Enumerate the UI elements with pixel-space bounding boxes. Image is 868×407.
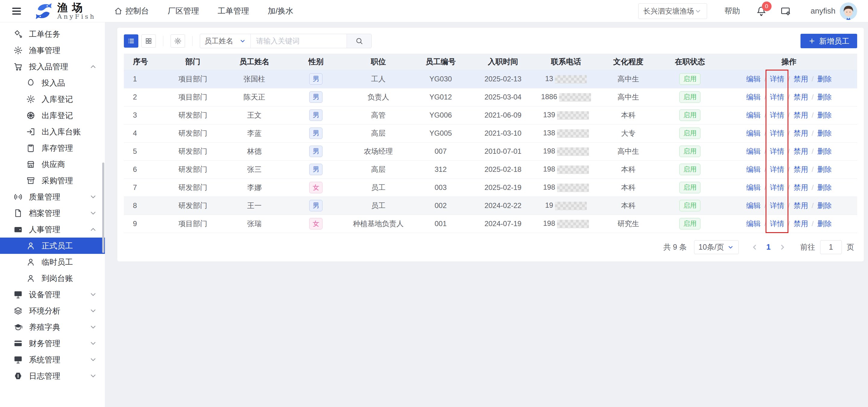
- sidebar-item-input-goods[interactable]: 投入品: [0, 75, 105, 91]
- op-disable-link[interactable]: 禁用: [794, 183, 808, 191]
- op-delete-link[interactable]: 删除: [817, 129, 832, 137]
- grid-view-button[interactable]: [141, 34, 156, 48]
- person-icon: [26, 274, 36, 283]
- op-disable-link[interactable]: 禁用: [794, 147, 808, 155]
- sidebar-item-fishery-management[interactable]: 渔事管理: [0, 42, 105, 59]
- table-row[interactable]: 8研发部门王一男员工0022024-02-2219本科启用编辑/详情/禁用/删除: [124, 196, 857, 215]
- search-input[interactable]: [251, 34, 347, 48]
- topnav-item-factory-management[interactable]: 厂区管理: [167, 6, 199, 16]
- op-delete-link[interactable]: 删除: [817, 219, 832, 228]
- op-edit-link[interactable]: 编辑: [746, 129, 761, 137]
- op-disable-link[interactable]: 禁用: [794, 75, 808, 83]
- page-size-select[interactable]: 10条/页: [694, 240, 739, 254]
- topnav-item-work-order-management[interactable]: 工单管理: [218, 6, 249, 16]
- op-detail-link[interactable]: 详情: [770, 75, 784, 83]
- op-disable-link[interactable]: 禁用: [794, 93, 808, 101]
- hamburger-menu-button[interactable]: [11, 5, 22, 17]
- op-edit-link[interactable]: 编辑: [746, 75, 761, 83]
- sidebar-item-environment-analysis[interactable]: 环境分析: [0, 303, 105, 319]
- prev-page-button[interactable]: [751, 243, 758, 251]
- op-edit-link[interactable]: 编辑: [746, 219, 761, 228]
- sidebar-item-archives-management[interactable]: 档案管理: [0, 205, 105, 221]
- sidebar-item-finance-management[interactable]: 财务管理: [0, 335, 105, 351]
- sidebar-item-inbound-registration[interactable]: 入库登记: [0, 91, 105, 107]
- farm-selector[interactable]: 长兴泗安塘渔场: [638, 3, 707, 19]
- add-employee-button[interactable]: 新增员工: [801, 34, 857, 48]
- hexagon-icon: [13, 371, 23, 381]
- goto-page-input[interactable]: [820, 240, 842, 254]
- op-edit-link[interactable]: 编辑: [746, 165, 761, 174]
- list-view-button[interactable]: [124, 34, 138, 48]
- table-row[interactable]: 3研发部门王文男高管YG0062021-06-09139本科启用编辑/详情/禁用…: [124, 106, 857, 124]
- op-detail-link[interactable]: 详情: [770, 183, 784, 191]
- op-disable-link[interactable]: 禁用: [794, 111, 808, 119]
- op-disable-link[interactable]: 禁用: [794, 219, 808, 228]
- op-detail-link[interactable]: 详情: [770, 93, 784, 101]
- sidebar-item-system-management[interactable]: 系统管理: [0, 351, 105, 368]
- sidebar-item-suppliers[interactable]: 供应商: [0, 156, 105, 173]
- sidebar-item-breeding-dictionary[interactable]: 养殖字典: [0, 319, 105, 335]
- sidebar-item-attendance-ledger[interactable]: 到岗台账: [0, 270, 105, 286]
- avatar[interactable]: [840, 2, 857, 20]
- sidebar-item-log-management[interactable]: 日志管理: [0, 368, 105, 384]
- op-delete-link[interactable]: 删除: [817, 201, 832, 210]
- op-detail-link[interactable]: 详情: [770, 219, 784, 228]
- sidebar-item-formal-employees[interactable]: 正式员工: [0, 238, 105, 254]
- sidebar-item-quality-management[interactable]: 质量管理: [0, 189, 105, 205]
- op-disable-link[interactable]: 禁用: [794, 165, 808, 174]
- sidebar-item-inventory-management[interactable]: 库存管理: [0, 140, 105, 156]
- sidebar-item-equipment-management[interactable]: 设备管理: [0, 286, 105, 303]
- help-link[interactable]: 帮助: [724, 6, 740, 16]
- op-edit-link[interactable]: 编辑: [746, 93, 761, 101]
- op-delete-link[interactable]: 删除: [817, 147, 832, 155]
- sidebar-item-input-goods-management[interactable]: 投入品管理: [0, 59, 105, 75]
- sidebar-scrollbar[interactable]: [102, 162, 104, 253]
- op-detail-link[interactable]: 详情: [770, 111, 784, 119]
- op-delete-link[interactable]: 删除: [817, 75, 832, 83]
- op-disable-link[interactable]: 禁用: [794, 129, 808, 137]
- table-row[interactable]: 4研发部门李蓝男高层YG0052021-03-10138大专启用编辑/详情/禁用…: [124, 124, 857, 142]
- sidebar-item-temporary-employees[interactable]: 临时员工: [0, 254, 105, 270]
- chevron-down-icon: [89, 291, 97, 299]
- table-row[interactable]: 6研发部门张三男高层3122025-02-18198本科启用编辑/详情/禁用/删…: [124, 160, 857, 179]
- cell-phone: 198: [534, 160, 597, 179]
- op-delete-link[interactable]: 删除: [817, 183, 832, 191]
- notifications-button[interactable]: 0: [756, 6, 767, 17]
- topnav-item-add-change-water[interactable]: 加/换水: [268, 6, 293, 16]
- op-edit-link[interactable]: 编辑: [746, 183, 761, 191]
- op-edit-link[interactable]: 编辑: [746, 111, 761, 119]
- cell-department: 项目部门: [162, 88, 224, 106]
- topnav-item-console[interactable]: 控制台: [114, 6, 149, 16]
- table-row[interactable]: 7研发部门李娜女员工0032025-02-19198本科启用编辑/详情/禁用/删…: [124, 179, 857, 196]
- op-detail-link[interactable]: 详情: [770, 165, 784, 174]
- search-button[interactable]: [347, 34, 371, 48]
- op-separator: /: [812, 93, 814, 101]
- table-row[interactable]: 1项目部门张国柱男工人YG0302025-02-1313高中生启用编辑/详情/禁…: [124, 70, 857, 88]
- op-detail-link[interactable]: 详情: [770, 147, 784, 155]
- workbench-settings-button[interactable]: [780, 6, 791, 17]
- op-delete-link[interactable]: 删除: [817, 93, 832, 101]
- cell-department: 研发部门: [162, 106, 224, 124]
- filter-field-select[interactable]: 员工姓名: [200, 34, 251, 48]
- notification-badge: 0: [762, 1, 772, 11]
- sidebar-item-outbound-registration[interactable]: 出库登记: [0, 107, 105, 124]
- table-row[interactable]: 2项目部门陈天正男负责人YG0122025-03-041886高中生启用编辑/详…: [124, 88, 857, 106]
- sidebar-item-in-out-ledger[interactable]: 出入库台账: [0, 124, 105, 140]
- sidebar-item-procurement-management[interactable]: 采购管理: [0, 173, 105, 189]
- op-detail-link[interactable]: 详情: [770, 201, 784, 210]
- current-page-button[interactable]: 1: [767, 242, 771, 252]
- op-delete-link[interactable]: 删除: [817, 165, 832, 174]
- op-edit-link[interactable]: 编辑: [746, 201, 761, 210]
- next-page-button[interactable]: [778, 243, 786, 251]
- column-settings-button[interactable]: [170, 34, 185, 48]
- op-detail-link[interactable]: 详情: [770, 129, 784, 137]
- sidebar-item-work-order-tasks[interactable]: 工单任务: [0, 26, 105, 42]
- op-edit-link[interactable]: 编辑: [746, 147, 761, 155]
- table-row[interactable]: 9项目部门张瑞女种植基地负责人0012024-07-19198研究生启用编辑/详…: [124, 215, 857, 233]
- table-row[interactable]: 5研发部门林德男农场经理0072010-07-01198高中生启用编辑/详情/禁…: [124, 142, 857, 160]
- op-disable-link[interactable]: 禁用: [794, 201, 808, 210]
- sidebar-item-hr-management[interactable]: 人事管理: [0, 221, 105, 238]
- op-delete-link[interactable]: 删除: [817, 111, 832, 119]
- cell-index: 2: [124, 88, 162, 106]
- pagination: 共 9 条 10条/页 1 前往 页: [124, 240, 857, 254]
